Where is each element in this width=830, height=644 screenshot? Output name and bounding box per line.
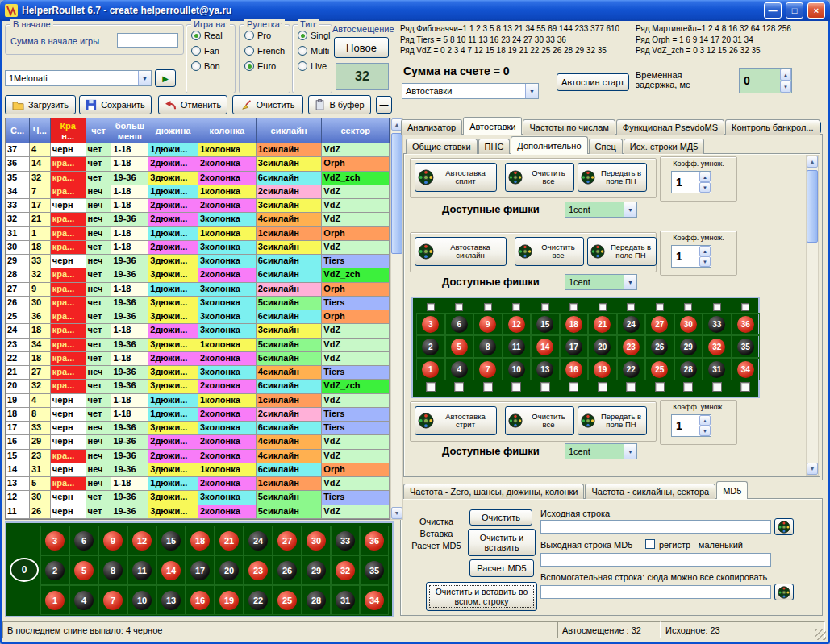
board-number-36[interactable]: 36 xyxy=(732,313,761,335)
board-number-23[interactable]: 23 xyxy=(617,335,646,358)
board-number-2[interactable]: 2 xyxy=(40,555,69,585)
freq-tab-1[interactable]: Частота - сиклайны, сектора xyxy=(585,484,715,499)
board-checkbox[interactable] xyxy=(655,382,665,392)
load-button[interactable]: Загрузить xyxy=(5,95,76,114)
spinner-up-icon[interactable]: ▲ xyxy=(699,172,711,182)
board-number-14[interactable]: 14 xyxy=(156,555,186,585)
coeff-spinner-2[interactable]: 1▲▼ xyxy=(671,414,711,437)
spinner-up-icon[interactable]: ▲ xyxy=(780,69,791,81)
autobet-bet-button-2[interactable]: Автоставка стрит xyxy=(415,406,497,435)
board-number-25[interactable]: 25 xyxy=(645,358,674,380)
board-number-1[interactable]: 1 xyxy=(416,358,445,380)
main-tab-4[interactable]: Контроль банкрол... xyxy=(725,119,820,135)
radio-option-bon[interactable]: Bon xyxy=(191,61,235,71)
board-checkbox[interactable] xyxy=(455,303,463,311)
board-number-8[interactable]: 8 xyxy=(98,555,127,585)
combo-arrow-icon[interactable]: ▼ xyxy=(624,202,636,217)
board-number-33[interactable]: 33 xyxy=(331,526,360,555)
board-checkbox[interactable] xyxy=(511,382,521,392)
main-tab-0[interactable]: Анализатор xyxy=(401,119,462,135)
board-number-13[interactable]: 13 xyxy=(156,585,186,615)
transfer-button-0[interactable]: Передать в поле ПН xyxy=(578,163,647,192)
spinner-down-icon[interactable]: ▼ xyxy=(699,182,711,193)
board-number-32[interactable]: 32 xyxy=(703,335,732,358)
delay-spinner[interactable]: 0▲▼ xyxy=(739,68,792,93)
board-checkbox[interactable] xyxy=(454,382,464,392)
main-tab-1[interactable]: Автоставки xyxy=(463,117,522,135)
board-number-3[interactable]: 3 xyxy=(416,313,445,335)
board-checkbox[interactable] xyxy=(740,382,750,392)
board-number-17[interactable]: 17 xyxy=(560,335,589,358)
collapse-button[interactable]: — xyxy=(376,96,392,114)
board-number-4[interactable]: 4 xyxy=(69,585,98,615)
spinner-up-icon[interactable]: ▲ xyxy=(699,415,711,426)
board-number-32[interactable]: 32 xyxy=(331,555,360,585)
profile-combo[interactable]: 1Melonati▼ xyxy=(5,70,152,86)
board-number-8[interactable]: 8 xyxy=(473,335,503,358)
radio-option-euro[interactable]: Euro xyxy=(244,61,290,71)
board-number-7[interactable]: 7 xyxy=(98,585,127,615)
board-number-28[interactable]: 28 xyxy=(674,358,703,380)
board-checkbox[interactable] xyxy=(541,303,549,311)
resize-grip[interactable] xyxy=(815,629,826,640)
board-number-25[interactable]: 25 xyxy=(273,585,302,615)
board-number-5[interactable]: 5 xyxy=(69,555,98,585)
board-number-26[interactable]: 26 xyxy=(273,555,302,585)
md5-clear-paste-button[interactable]: Очистить и вставить xyxy=(468,529,536,556)
board-number-18[interactable]: 18 xyxy=(186,526,215,555)
board-number-21[interactable]: 21 xyxy=(215,526,244,555)
md5-source-input[interactable] xyxy=(540,520,771,534)
board-number-16[interactable]: 16 xyxy=(186,585,215,615)
board-number-35[interactable]: 35 xyxy=(732,335,761,358)
spinner-up-icon[interactable]: ▲ xyxy=(699,246,711,256)
radio-option-live[interactable]: Live xyxy=(298,61,332,71)
board-number-21[interactable]: 21 xyxy=(588,313,617,335)
md5-clear-paste-aux-button[interactable]: Очистить и вставить во вспом. строку xyxy=(426,582,537,611)
board-number-34[interactable]: 34 xyxy=(732,358,761,380)
board-number-2[interactable]: 2 xyxy=(416,335,445,358)
board-number-29[interactable]: 29 xyxy=(302,555,331,585)
transfer-button-2[interactable]: Передать в поле ПН xyxy=(578,406,647,435)
to-buffer-button[interactable]: В буфер xyxy=(308,95,371,114)
board-number-16[interactable]: 16 xyxy=(560,358,589,380)
md5-source-wheel-button[interactable] xyxy=(774,518,794,535)
radio-option-singl[interactable]: Singl xyxy=(298,31,332,40)
board-number-29[interactable]: 29 xyxy=(674,335,703,358)
autobet-bet-button-1[interactable]: Автоставка сиклайн xyxy=(415,237,507,266)
board-number-9[interactable]: 9 xyxy=(473,313,503,335)
transfer-button-1[interactable]: Передать в поле ПН xyxy=(587,237,657,266)
board-number-20[interactable]: 20 xyxy=(215,555,244,585)
chips-combo-2[interactable]: 1cent▼ xyxy=(565,443,637,459)
start-sum-input[interactable] xyxy=(117,33,178,48)
board-number-35[interactable]: 35 xyxy=(360,555,389,585)
board-checkbox[interactable] xyxy=(426,382,436,392)
board-number-33[interactable]: 33 xyxy=(703,313,732,335)
autospin-start-button[interactable]: Автоспин старт xyxy=(557,73,629,91)
board-number-30[interactable]: 30 xyxy=(674,313,703,335)
save-button[interactable]: Сохранить xyxy=(79,95,152,114)
md5-aux-wheel-button[interactable] xyxy=(774,584,794,600)
board-number-22[interactable]: 22 xyxy=(617,358,646,380)
board-number-5[interactable]: 5 xyxy=(445,335,474,358)
board-checkbox[interactable] xyxy=(713,303,721,311)
chips-combo-0[interactable]: 1cent▼ xyxy=(565,202,637,218)
chips-combo-1[interactable]: 1cent▼ xyxy=(565,274,637,290)
clear-all-button-2[interactable]: Очистить все xyxy=(505,406,574,435)
board-number-30[interactable]: 30 xyxy=(302,526,331,555)
board-checkbox[interactable] xyxy=(569,303,578,311)
scroll-down-icon[interactable]: ▼ xyxy=(391,507,402,519)
board-number-3[interactable]: 3 xyxy=(40,526,69,555)
freq-tab-0[interactable]: Частота - Zero, шансы, дюжины, колонки xyxy=(403,484,584,499)
board-number-12[interactable]: 12 xyxy=(127,526,156,555)
board-checkbox[interactable] xyxy=(512,303,520,311)
board-checkbox[interactable] xyxy=(427,303,435,311)
new-offset-button[interactable]: Новое xyxy=(334,37,389,58)
board-number-12[interactable]: 12 xyxy=(503,313,532,335)
main-tab-2[interactable]: Частоты по числам xyxy=(523,119,615,135)
board-checkbox[interactable] xyxy=(741,303,749,311)
board-number-13[interactable]: 13 xyxy=(531,358,560,380)
board-number-27[interactable]: 27 xyxy=(273,526,302,555)
radio-option-fan[interactable]: Fan xyxy=(191,46,235,56)
scroll-up-icon[interactable]: ▲ xyxy=(807,156,818,168)
board-number-27[interactable]: 27 xyxy=(645,313,674,335)
